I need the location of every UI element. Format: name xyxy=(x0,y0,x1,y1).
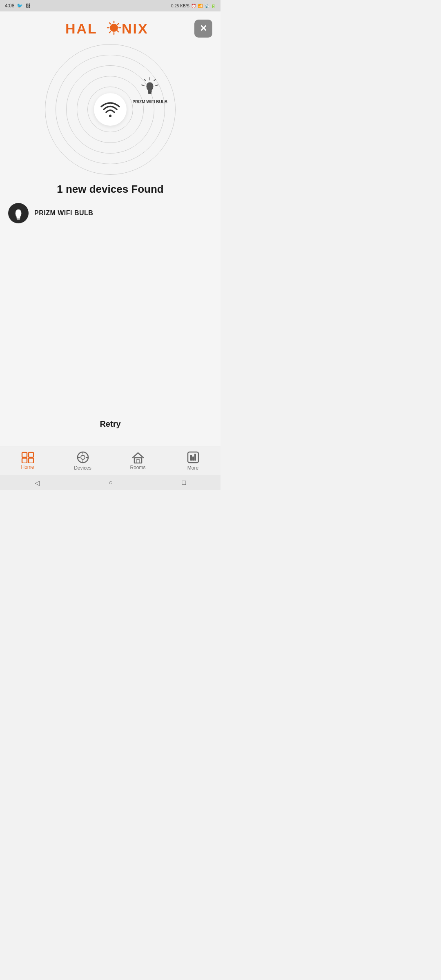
radar-device-label: PRIZM WIFI BULB xyxy=(132,100,167,104)
image-icon: 🖼 xyxy=(25,3,30,9)
svg-line-7 xyxy=(117,31,118,32)
wifi-center-icon xyxy=(100,101,120,118)
more-icon xyxy=(187,451,200,464)
nav-item-devices[interactable]: Devices xyxy=(55,451,110,471)
svg-point-26 xyxy=(81,455,85,459)
radar-device-bubble: PRIZM WIFI BULB xyxy=(132,77,167,104)
speed-indicator: 0.25 KB/S xyxy=(171,4,189,8)
back-button[interactable]: ◁ xyxy=(35,479,40,487)
header: HAL NIX ✕ xyxy=(8,20,212,36)
devices-icon xyxy=(76,451,89,464)
svg-line-9 xyxy=(109,31,111,33)
close-button[interactable]: ✕ xyxy=(194,20,212,38)
status-left: 4:08 🐦 🖼 xyxy=(5,3,30,9)
retry-button[interactable]: Retry xyxy=(90,414,130,434)
battery-icon: 🔋 xyxy=(211,4,216,8)
svg-rect-24 xyxy=(29,458,33,463)
rooms-icon xyxy=(131,451,145,463)
nav-label-more: More xyxy=(187,465,198,471)
svg-line-16 xyxy=(142,85,144,86)
svg-text:NIX: NIX xyxy=(122,21,149,36)
radar-center xyxy=(94,93,127,126)
found-devices-text: 1 new devices Found xyxy=(57,183,164,196)
svg-line-13 xyxy=(154,79,156,81)
device-name-label: PRIZM WIFI BULB xyxy=(34,209,93,217)
close-icon: ✕ xyxy=(200,23,207,34)
home-button[interactable]: ○ xyxy=(109,479,113,486)
svg-rect-31 xyxy=(134,458,142,463)
status-right: 0.25 KB/S ⏰ 📶 📡 🔋 xyxy=(171,4,216,8)
svg-line-6 xyxy=(109,23,111,24)
svg-point-1 xyxy=(110,24,118,32)
svg-rect-32 xyxy=(137,459,139,463)
device-bulb-icon xyxy=(12,206,24,220)
svg-line-14 xyxy=(144,79,146,81)
system-nav: ◁ ○ □ xyxy=(0,475,220,490)
main-content: HAL NIX ✕ xyxy=(0,11,220,446)
svg-rect-23 xyxy=(22,458,27,463)
nav-label-home: Home xyxy=(21,464,34,470)
svg-rect-21 xyxy=(22,452,27,457)
nav-item-more[interactable]: More xyxy=(165,451,220,471)
recents-button[interactable]: □ xyxy=(182,479,186,486)
svg-point-11 xyxy=(109,115,111,117)
svg-line-8 xyxy=(117,24,118,25)
alarm-icon: ⏰ xyxy=(191,4,196,8)
device-icon-container xyxy=(8,203,29,223)
status-time: 4:08 xyxy=(5,3,14,9)
svg-text:HAL: HAL xyxy=(65,21,98,36)
nav-label-devices: Devices xyxy=(74,465,91,471)
radar-container: PRIZM WIFI BULB xyxy=(45,44,176,175)
status-bar: 4:08 🐦 🖼 0.25 KB/S ⏰ 📶 📡 🔋 xyxy=(0,0,220,11)
nav-label-rooms: Rooms xyxy=(130,465,145,470)
app-logo: HAL NIX xyxy=(65,20,155,36)
svg-rect-36 xyxy=(194,454,196,461)
nav-item-rooms[interactable]: Rooms xyxy=(110,451,165,470)
svg-rect-34 xyxy=(190,455,192,461)
radar-bulb-icon xyxy=(140,77,160,98)
svg-rect-22 xyxy=(29,452,33,457)
signal-icon: 📡 xyxy=(204,4,209,8)
wifi-status-icon: 📶 xyxy=(198,4,203,8)
home-icon xyxy=(21,452,34,463)
nav-item-home[interactable]: Home xyxy=(0,452,55,470)
svg-line-15 xyxy=(156,85,158,86)
svg-rect-35 xyxy=(192,457,194,461)
twitter-icon: 🐦 xyxy=(17,3,23,9)
halonix-logo-svg: HAL NIX xyxy=(65,20,155,36)
bottom-nav: Home Devices Rooms More xyxy=(0,446,220,475)
device-list-item[interactable]: PRIZM WIFI BULB xyxy=(8,200,212,227)
